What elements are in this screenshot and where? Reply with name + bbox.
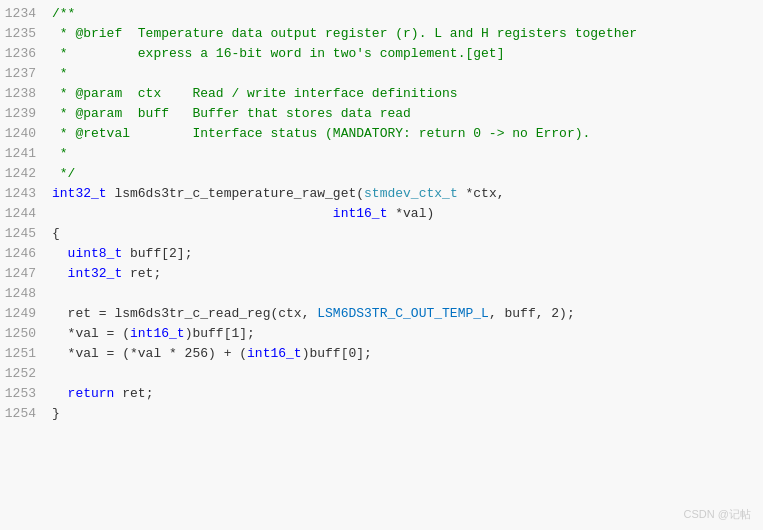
- line-number: 1238: [0, 84, 52, 104]
- line-content: *val = (*val * 256) + (int16_t)buff[0];: [52, 344, 372, 364]
- code-token: * express a 16-bit word in two's complem…: [52, 46, 504, 61]
- line-content: * @param buff Buffer that stores data re…: [52, 104, 411, 124]
- line-number: 1251: [0, 344, 52, 364]
- code-token: *: [52, 146, 68, 161]
- line-content: ret = lsm6ds3tr_c_read_reg(ctx, LSM6DS3T…: [52, 304, 575, 324]
- code-token: return: [68, 386, 115, 401]
- code-line: 1243int32_t lsm6ds3tr_c_temperature_raw_…: [0, 184, 763, 204]
- code-token: *ctx,: [458, 186, 505, 201]
- code-token: )buff[0];: [302, 346, 372, 361]
- code-token: * @param buff Buffer that stores data re…: [52, 106, 411, 121]
- code-token: * @param ctx Read / write interface defi…: [52, 86, 458, 101]
- line-content: * @brief Temperature data output registe…: [52, 24, 637, 44]
- line-number: 1245: [0, 224, 52, 244]
- code-token: */: [52, 166, 75, 181]
- line-content: */: [52, 164, 75, 184]
- code-token: ret;: [114, 386, 153, 401]
- line-content: int32_t lsm6ds3tr_c_temperature_raw_get(…: [52, 184, 505, 204]
- line-number: 1254: [0, 404, 52, 424]
- code-token: int32_t: [52, 186, 107, 201]
- code-token: [52, 266, 68, 281]
- line-content: uint8_t buff[2];: [52, 244, 192, 264]
- code-line: 1244 int16_t *val): [0, 204, 763, 224]
- code-line: 1239 * @param buff Buffer that stores da…: [0, 104, 763, 124]
- line-number: 1246: [0, 244, 52, 264]
- line-content: * @retval Interface status (MANDATORY: r…: [52, 124, 590, 144]
- code-token: *: [52, 66, 68, 81]
- line-number: 1244: [0, 204, 52, 224]
- code-line: 1251 *val = (*val * 256) + (int16_t)buff…: [0, 344, 763, 364]
- code-line: 1241 *: [0, 144, 763, 164]
- code-token: * @brief Temperature data output registe…: [52, 26, 637, 41]
- line-number: 1240: [0, 124, 52, 144]
- code-line: 1246 uint8_t buff[2];: [0, 244, 763, 264]
- line-content: *: [52, 64, 68, 84]
- line-number: 1236: [0, 44, 52, 64]
- code-token: /**: [52, 6, 75, 21]
- code-token: *val = (: [52, 326, 130, 341]
- code-token: buff[2];: [122, 246, 192, 261]
- code-token: [52, 246, 68, 261]
- code-token: *val = (*val * 256) + (: [52, 346, 247, 361]
- code-line: 1238 * @param ctx Read / write interface…: [0, 84, 763, 104]
- code-line: 1252: [0, 364, 763, 384]
- code-line: 1240 * @retval Interface status (MANDATO…: [0, 124, 763, 144]
- line-content: * express a 16-bit word in two's complem…: [52, 44, 504, 64]
- code-line: 1248: [0, 284, 763, 304]
- line-number: 1252: [0, 364, 52, 384]
- code-token: )buff[1];: [185, 326, 255, 341]
- line-content: *: [52, 144, 68, 164]
- line-content: * @param ctx Read / write interface defi…: [52, 84, 458, 104]
- code-container: 1234/**1235 * @brief Temperature data ou…: [0, 0, 763, 530]
- line-number: 1237: [0, 64, 52, 84]
- code-token: lsm6ds3tr_c_temperature_raw_get(: [107, 186, 364, 201]
- code-token: *val): [387, 206, 434, 221]
- line-number: 1239: [0, 104, 52, 124]
- line-number: 1241: [0, 144, 52, 164]
- line-content: }: [52, 404, 60, 424]
- code-token: {: [52, 226, 60, 241]
- line-content: return ret;: [52, 384, 153, 404]
- line-number: 1243: [0, 184, 52, 204]
- line-number: 1242: [0, 164, 52, 184]
- code-line: 1245{: [0, 224, 763, 244]
- code-token: ret = lsm6ds3tr_c_read_reg(ctx,: [52, 306, 317, 321]
- code-token: int16_t: [247, 346, 302, 361]
- code-token: uint8_t: [68, 246, 123, 261]
- line-content: int32_t ret;: [52, 264, 161, 284]
- code-line: 1254}: [0, 404, 763, 424]
- code-token: stmdev_ctx_t: [364, 186, 458, 201]
- code-line: 1237 *: [0, 64, 763, 84]
- code-line: 1247 int32_t ret;: [0, 264, 763, 284]
- line-number: 1249: [0, 304, 52, 324]
- code-line: 1236 * express a 16-bit word in two's co…: [0, 44, 763, 64]
- line-number: 1250: [0, 324, 52, 344]
- code-line: 1250 *val = (int16_t)buff[1];: [0, 324, 763, 344]
- code-token: int16_t: [130, 326, 185, 341]
- code-token: LSM6DS3TR_C_OUT_TEMP_L: [317, 306, 489, 321]
- line-number: 1235: [0, 24, 52, 44]
- code-token: * @retval Interface status (MANDATORY: r…: [52, 126, 590, 141]
- line-content: /**: [52, 4, 75, 24]
- code-token: , buff, 2);: [489, 306, 575, 321]
- code-token: [52, 386, 68, 401]
- line-content: int16_t *val): [52, 204, 434, 224]
- code-line: 1234/**: [0, 4, 763, 24]
- code-line: 1249 ret = lsm6ds3tr_c_read_reg(ctx, LSM…: [0, 304, 763, 324]
- code-line: 1253 return ret;: [0, 384, 763, 404]
- code-line: 1235 * @brief Temperature data output re…: [0, 24, 763, 44]
- line-number: 1248: [0, 284, 52, 304]
- line-number: 1234: [0, 4, 52, 24]
- code-line: 1242 */: [0, 164, 763, 184]
- code-token: ret;: [122, 266, 161, 281]
- line-content: {: [52, 224, 60, 244]
- line-content: *val = (int16_t)buff[1];: [52, 324, 255, 344]
- code-token: int16_t: [333, 206, 388, 221]
- watermark: CSDN @记帖: [684, 507, 751, 522]
- code-token: [52, 206, 333, 221]
- code-token: }: [52, 406, 60, 421]
- line-number: 1247: [0, 264, 52, 284]
- line-number: 1253: [0, 384, 52, 404]
- code-token: int32_t: [68, 266, 123, 281]
